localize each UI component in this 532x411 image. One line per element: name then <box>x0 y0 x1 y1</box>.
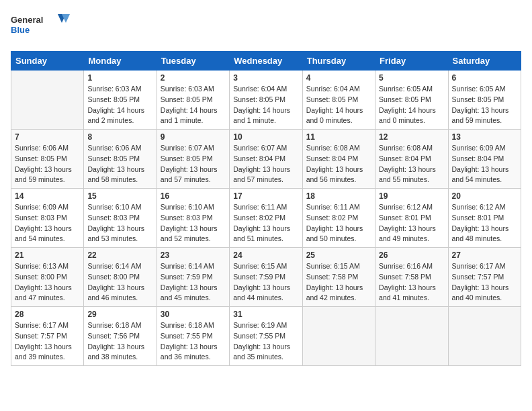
day-info: Sunrise: 6:04 AMSunset: 8:05 PMDaylight:… <box>233 84 298 126</box>
day-number: 26 <box>379 250 444 260</box>
calendar-cell: 13Sunrise: 6:09 AMSunset: 8:04 PMDayligh… <box>448 130 521 189</box>
week-row-5: 28Sunrise: 6:17 AMSunset: 7:57 PMDayligh… <box>11 307 521 366</box>
day-number: 10 <box>233 132 298 142</box>
day-number: 4 <box>306 73 371 83</box>
day-number: 30 <box>161 310 226 319</box>
calendar-cell <box>448 307 521 366</box>
day-info: Sunrise: 6:05 AMSunset: 8:05 PMDaylight:… <box>379 84 444 126</box>
week-row-1: 1Sunrise: 6:03 AMSunset: 8:05 PMDaylight… <box>11 71 521 130</box>
calendar-cell <box>375 307 448 366</box>
calendar-cell: 2Sunrise: 6:03 AMSunset: 8:05 PMDaylight… <box>157 71 229 130</box>
calendar-cell: 17Sunrise: 6:11 AMSunset: 8:02 PMDayligh… <box>230 189 302 248</box>
calendar-cell: 29Sunrise: 6:18 AMSunset: 7:56 PMDayligh… <box>84 307 157 366</box>
day-number: 31 <box>233 310 298 319</box>
day-info: Sunrise: 6:03 AMSunset: 8:05 PMDaylight:… <box>161 84 226 126</box>
day-info: Sunrise: 6:12 AMSunset: 8:01 PMDaylight:… <box>452 202 517 244</box>
calendar-cell: 7Sunrise: 6:06 AMSunset: 8:05 PMDaylight… <box>11 130 84 189</box>
day-info: Sunrise: 6:05 AMSunset: 8:05 PMDaylight:… <box>452 84 517 126</box>
day-info: Sunrise: 6:14 AMSunset: 8:00 PMDaylight:… <box>87 261 152 304</box>
day-number: 3 <box>233 73 298 83</box>
day-number: 2 <box>161 73 226 83</box>
calendar-cell: 19Sunrise: 6:12 AMSunset: 8:01 PMDayligh… <box>375 189 448 248</box>
day-number: 20 <box>452 191 517 201</box>
calendar-cell: 1Sunrise: 6:03 AMSunset: 8:05 PMDaylight… <box>84 71 157 130</box>
header-day-monday: Monday <box>84 52 157 71</box>
calendar-cell: 4Sunrise: 6:04 AMSunset: 8:05 PMDaylight… <box>302 71 375 130</box>
day-number: 5 <box>379 73 444 83</box>
calendar-cell: 20Sunrise: 6:12 AMSunset: 8:01 PMDayligh… <box>448 189 521 248</box>
day-info: Sunrise: 6:18 AMSunset: 7:56 PMDaylight:… <box>87 320 152 363</box>
day-number: 27 <box>452 250 517 260</box>
calendar-cell: 23Sunrise: 6:14 AMSunset: 7:59 PMDayligh… <box>157 248 229 307</box>
day-info: Sunrise: 6:03 AMSunset: 8:05 PMDaylight:… <box>87 84 152 126</box>
calendar-cell: 27Sunrise: 6:17 AMSunset: 7:57 PMDayligh… <box>448 248 521 307</box>
calendar-cell: 9Sunrise: 6:07 AMSunset: 8:05 PMDaylight… <box>157 130 229 189</box>
day-number: 24 <box>233 250 298 260</box>
calendar-cell: 22Sunrise: 6:14 AMSunset: 8:00 PMDayligh… <box>84 248 157 307</box>
day-number: 19 <box>379 191 444 201</box>
calendar-cell: 26Sunrise: 6:16 AMSunset: 7:58 PMDayligh… <box>375 248 448 307</box>
svg-text:General: General <box>11 15 43 25</box>
day-info: Sunrise: 6:10 AMSunset: 8:03 PMDaylight:… <box>161 202 226 244</box>
day-number: 11 <box>306 132 371 142</box>
day-info: Sunrise: 6:06 AMSunset: 8:05 PMDaylight:… <box>15 143 80 185</box>
day-info: Sunrise: 6:17 AMSunset: 7:57 PMDaylight:… <box>452 261 517 304</box>
day-number: 23 <box>161 250 226 260</box>
day-info: Sunrise: 6:19 AMSunset: 7:55 PMDaylight:… <box>233 320 298 363</box>
day-info: Sunrise: 6:15 AMSunset: 7:58 PMDaylight:… <box>306 261 371 304</box>
header-day-wednesday: Wednesday <box>230 52 302 71</box>
calendar-cell: 31Sunrise: 6:19 AMSunset: 7:55 PMDayligh… <box>230 307 302 366</box>
day-info: Sunrise: 6:18 AMSunset: 7:55 PMDaylight:… <box>161 320 226 363</box>
day-info: Sunrise: 6:16 AMSunset: 7:58 PMDaylight:… <box>379 261 444 304</box>
day-info: Sunrise: 6:08 AMSunset: 8:04 PMDaylight:… <box>306 143 371 185</box>
day-number: 9 <box>161 132 226 142</box>
calendar-cell: 16Sunrise: 6:10 AMSunset: 8:03 PMDayligh… <box>157 189 229 248</box>
day-number: 14 <box>15 191 80 201</box>
calendar-cell: 11Sunrise: 6:08 AMSunset: 8:04 PMDayligh… <box>302 130 375 189</box>
day-info: Sunrise: 6:04 AMSunset: 8:05 PMDaylight:… <box>306 84 371 126</box>
calendar-cell: 30Sunrise: 6:18 AMSunset: 7:55 PMDayligh… <box>157 307 229 366</box>
day-info: Sunrise: 6:11 AMSunset: 8:02 PMDaylight:… <box>233 202 298 244</box>
calendar-cell: 6Sunrise: 6:05 AMSunset: 8:05 PMDaylight… <box>448 71 521 130</box>
day-info: Sunrise: 6:07 AMSunset: 8:05 PMDaylight:… <box>161 143 226 185</box>
header: General Blue <box>11 11 521 44</box>
logo-svg: General Blue <box>11 11 71 44</box>
logo: General Blue <box>11 11 71 44</box>
day-number: 17 <box>233 191 298 201</box>
day-number: 12 <box>379 132 444 142</box>
calendar-cell: 18Sunrise: 6:11 AMSunset: 8:02 PMDayligh… <box>302 189 375 248</box>
day-info: Sunrise: 6:15 AMSunset: 7:59 PMDaylight:… <box>233 261 298 304</box>
week-row-4: 21Sunrise: 6:13 AMSunset: 8:00 PMDayligh… <box>11 248 521 307</box>
day-number: 8 <box>87 132 152 142</box>
calendar-cell: 10Sunrise: 6:07 AMSunset: 8:04 PMDayligh… <box>230 130 302 189</box>
header-day-sunday: Sunday <box>11 52 84 71</box>
day-number: 15 <box>87 191 152 201</box>
calendar-cell <box>302 307 375 366</box>
day-number: 28 <box>15 310 80 319</box>
day-number: 7 <box>15 132 80 142</box>
calendar-cell: 14Sunrise: 6:09 AMSunset: 8:03 PMDayligh… <box>11 189 84 248</box>
week-row-3: 14Sunrise: 6:09 AMSunset: 8:03 PMDayligh… <box>11 189 521 248</box>
day-info: Sunrise: 6:14 AMSunset: 7:59 PMDaylight:… <box>161 261 226 304</box>
day-number: 18 <box>306 191 371 201</box>
calendar-cell: 12Sunrise: 6:08 AMSunset: 8:04 PMDayligh… <box>375 130 448 189</box>
day-info: Sunrise: 6:09 AMSunset: 8:04 PMDaylight:… <box>452 143 517 185</box>
day-info: Sunrise: 6:13 AMSunset: 8:00 PMDaylight:… <box>15 261 80 304</box>
calendar-cell: 15Sunrise: 6:10 AMSunset: 8:03 PMDayligh… <box>84 189 157 248</box>
day-info: Sunrise: 6:08 AMSunset: 8:04 PMDaylight:… <box>379 143 444 185</box>
header-day-tuesday: Tuesday <box>157 52 229 71</box>
day-info: Sunrise: 6:09 AMSunset: 8:03 PMDaylight:… <box>15 202 80 244</box>
day-number: 1 <box>87 73 152 83</box>
svg-text:Blue: Blue <box>11 25 30 35</box>
calendar-cell: 28Sunrise: 6:17 AMSunset: 7:57 PMDayligh… <box>11 307 84 366</box>
day-number: 25 <box>306 250 371 260</box>
day-info: Sunrise: 6:06 AMSunset: 8:05 PMDaylight:… <box>87 143 152 185</box>
calendar-cell <box>11 71 84 130</box>
header-day-saturday: Saturday <box>448 52 521 71</box>
day-info: Sunrise: 6:17 AMSunset: 7:57 PMDaylight:… <box>15 320 80 363</box>
day-number: 16 <box>161 191 226 201</box>
day-number: 13 <box>452 132 517 142</box>
calendar-table: SundayMondayTuesdayWednesdayThursdayFrid… <box>11 51 521 366</box>
calendar-cell: 5Sunrise: 6:05 AMSunset: 8:05 PMDaylight… <box>375 71 448 130</box>
day-info: Sunrise: 6:10 AMSunset: 8:03 PMDaylight:… <box>87 202 152 244</box>
